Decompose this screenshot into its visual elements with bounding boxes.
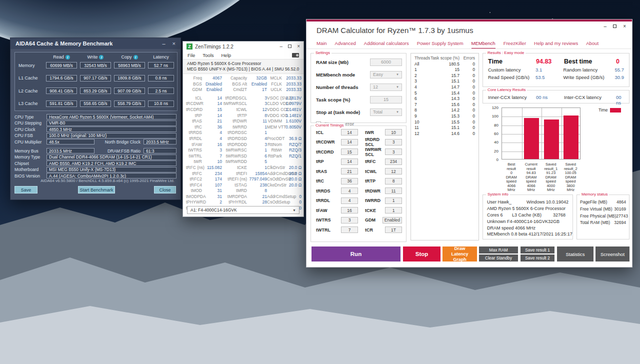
menu-file[interactable]: File <box>188 52 195 58</box>
timing-label: tCL <box>186 96 203 102</box>
close-button[interactable]: Close <box>154 186 176 194</box>
save-button[interactable]: Save <box>14 186 38 194</box>
thread-id: 5 <box>414 90 430 96</box>
benchmark-value: 60699 MB/s <box>46 62 77 68</box>
timing-value-box[interactable]: 1 <box>385 198 402 204</box>
max-ram-button[interactable]: Max RAM <box>479 246 518 254</box>
timing-value-box[interactable]: 15 <box>341 148 358 155</box>
tab-membench[interactable]: MEMbench <box>472 40 496 49</box>
benchmark-row-label: L2 Cache <box>17 88 46 94</box>
info-icon[interactable]: i <box>134 55 138 60</box>
timing-value-box[interactable]: 14 <box>341 158 358 165</box>
draw-latency-graph-button[interactable]: Draw Latency Graph <box>442 246 477 262</box>
info-label: Chipset <box>14 161 46 166</box>
timing-value-box[interactable]: 14 <box>341 129 358 136</box>
timing-value-box[interactable]: 11 <box>385 188 402 194</box>
timing-value-box[interactable]: 4 <box>341 188 358 194</box>
tab-about[interactable]: About <box>586 40 598 49</box>
thread-task-scope: 15 <box>430 67 460 73</box>
tab-power-supply-system[interactable]: Power Supply System <box>417 40 464 49</box>
timing-value-box[interactable]: 8 <box>385 178 402 184</box>
start-benchmark-button[interactable]: Start Benchmark <box>78 186 115 194</box>
timing-value-box[interactable]: 36 <box>341 178 358 184</box>
info-value: A.44 (AGESA: ComboAM4v2PI 1.2.0.3c) <box>46 173 176 178</box>
info-label: DRAM:FSB Ratio <box>94 148 144 154</box>
timing-value: 1.6100V <box>283 118 302 124</box>
minimize-icon[interactable]: – <box>162 41 165 46</box>
maximize-icon[interactable] <box>613 24 616 29</box>
legend-swatch <box>610 108 621 112</box>
close-icon[interactable]: × <box>172 41 176 46</box>
minimize-icon[interactable]: – <box>280 44 283 49</box>
info-icon[interactable]: i <box>99 55 104 60</box>
save-result-2-button[interactable]: Save result 2 <box>520 254 554 262</box>
benchmark-row-label: L3 Cache <box>17 101 46 106</box>
timing-value: 0.8050V <box>283 124 302 130</box>
result-label: Random latency <box>564 67 615 72</box>
y-tick-label: 20 <box>486 149 498 154</box>
info-icon[interactable]: i <box>66 55 70 60</box>
timing-value-box[interactable]: Enabled <box>382 217 402 224</box>
timing-value: 14 <box>203 101 222 107</box>
info-row: Memory TypeDual Channel DDR4-4066 SDRAM … <box>14 154 176 160</box>
timing-value-box[interactable]: 14 <box>341 139 358 146</box>
info-label: CPU FSB <box>14 133 46 138</box>
screenshot-button[interactable]: Screenshot <box>596 246 630 262</box>
system-info-line: Unknown F4-4000C14-16GVK32GB <box>487 218 568 225</box>
maximize-icon[interactable] <box>288 44 292 49</box>
benchmark-row: L3 Cache591.81 GB/s558.65 GB/s558.79 GB/… <box>17 100 175 107</box>
timing-label <box>267 130 283 136</box>
settings-select[interactable]: Total▼ <box>370 108 402 116</box>
clear-standby-button[interactable]: Clear Standby <box>479 254 518 262</box>
x-axis-label: Currentresult94.83DRAMspeed4066MHz <box>522 162 542 192</box>
settings-input[interactable]: 15 <box>370 96 402 104</box>
timing-value-box[interactable]: 7 <box>341 226 358 233</box>
timing-value-box[interactable]: 12 <box>385 168 402 174</box>
menu-help[interactable]: Help <box>222 52 232 58</box>
system-info-segment: L3 Cache (KB) <box>512 212 553 218</box>
timing-value-box[interactable]: 4 <box>341 198 358 204</box>
benchmark-value: 0.8 ns <box>148 75 174 82</box>
current-timing-row: tRAS21tCWL12 <box>316 168 402 175</box>
tab-help-and-my-reviews[interactable]: Help and my reviews <box>534 40 578 49</box>
tab-additional-calculators[interactable]: Additional calculators <box>364 40 409 49</box>
dimm-selector-dropdown[interactable]: A1: F4-4000C14-16GVK ▼ <box>187 206 300 214</box>
tab-advanced[interactable]: Advanced <box>335 40 356 49</box>
tab-freezkiller[interactable]: FreezKiller <box>504 40 526 49</box>
result-label: Custom latency <box>488 67 536 72</box>
tab-main[interactable]: Main <box>316 40 327 49</box>
run-button[interactable]: Run <box>312 246 400 262</box>
minimize-icon[interactable]: – <box>604 24 607 29</box>
close-icon[interactable]: × <box>297 44 300 49</box>
y-tick-label: 100 <box>486 114 498 118</box>
timing-value-box[interactable]: 1T <box>385 226 402 233</box>
stop-button[interactable]: Stop <box>403 246 440 262</box>
timing-value-box[interactable]: 21 <box>341 168 358 174</box>
save-result-1-button[interactable]: Save result 1 <box>520 246 554 254</box>
timing-value: 4 <box>248 136 267 142</box>
statistics-button[interactable]: Statistics <box>557 246 594 262</box>
threads-row: 414.70 <box>414 84 475 90</box>
settings-input[interactable]: 6000 <box>370 58 402 66</box>
close-icon[interactable]: × <box>623 24 626 29</box>
timing-value-box[interactable]: 3 <box>341 217 358 224</box>
memory-status-row: Total RAM (MB)32694 <box>580 220 626 226</box>
timing-value-box[interactable]: 234 <box>385 158 402 165</box>
settings-select[interactable]: 12▼ <box>370 84 402 91</box>
timing-value-box[interactable]: 3 <box>385 139 402 146</box>
system-info-segment: 12/17/2021 16:25:17 <box>531 231 572 238</box>
timing-value-box[interactable]: 3 <box>385 148 402 155</box>
thread-errors: 0 <box>460 120 475 126</box>
settings-select[interactable]: Easy▼ <box>370 71 402 78</box>
camera-screenshot-icon[interactable] <box>292 53 299 58</box>
menu-tools[interactable]: Tools <box>202 52 214 58</box>
timing-label: tRFC <box>186 171 203 177</box>
thread-errors: 0 <box>460 96 475 102</box>
timing-value-box[interactable]: 16 <box>341 207 358 214</box>
zentimings-menubar: File Tools Help <box>183 52 304 59</box>
thread-errors: 0 <box>460 125 475 131</box>
timing-label: tRRDL <box>316 198 341 203</box>
current-timing-row: tRP14tRFC234 <box>316 158 402 165</box>
timing-value-box[interactable]: 1 <box>385 207 402 214</box>
timing-value-box[interactable]: 10 <box>385 129 402 136</box>
